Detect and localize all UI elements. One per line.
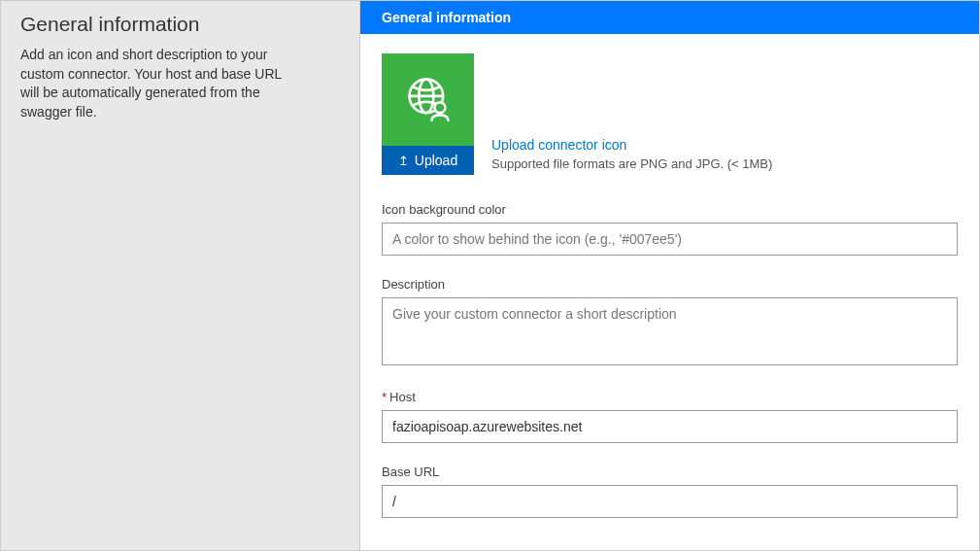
- field-icon-bg: Icon background color: [382, 202, 958, 256]
- sidebar: General information Add an icon and shor…: [1, 1, 360, 550]
- sidebar-title: General information: [20, 13, 340, 36]
- main-panel: General information: [360, 1, 979, 550]
- description-input[interactable]: [382, 297, 958, 365]
- base-url-input[interactable]: [382, 485, 958, 518]
- globe-person-icon: [403, 73, 454, 126]
- icon-preview: [382, 53, 474, 146]
- upload-button[interactable]: ↥ Upload: [382, 146, 474, 175]
- icon-column: ↥ Upload: [382, 53, 474, 175]
- upload-button-label: Upload: [415, 153, 457, 168]
- required-asterisk: *: [382, 390, 387, 404]
- host-label: *Host: [382, 390, 958, 404]
- svg-point-3: [434, 102, 445, 113]
- content-area: ↥ Upload Upload connector icon Supported…: [360, 34, 979, 550]
- description-label: Description: [382, 277, 958, 292]
- icon-upload-row: ↥ Upload Upload connector icon Supported…: [382, 53, 958, 175]
- field-base-url: Base URL: [382, 465, 958, 518]
- sidebar-description: Add an icon and short description to you…: [20, 46, 283, 121]
- section-header-title: General information: [382, 10, 511, 25]
- upload-icon-link[interactable]: Upload connector icon: [491, 137, 772, 153]
- icon-info: Upload connector icon Supported file for…: [491, 137, 772, 175]
- icon-bg-input[interactable]: [382, 223, 958, 256]
- upload-arrow-icon: ↥: [398, 155, 409, 167]
- section-header: General information: [360, 1, 979, 34]
- field-description: Description: [382, 277, 958, 368]
- field-host: *Host: [382, 390, 958, 443]
- base-url-label: Base URL: [382, 465, 958, 479]
- upload-hint: Supported file formats are PNG and JPG. …: [491, 156, 772, 171]
- host-input[interactable]: [382, 410, 958, 443]
- icon-bg-label: Icon background color: [382, 202, 958, 217]
